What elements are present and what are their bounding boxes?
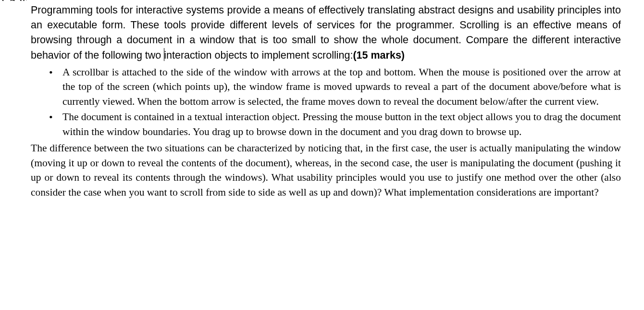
closing-paragraph: The difference between the two situation… <box>31 141 621 199</box>
bullet-text: A scrollbar is attached to the side of t… <box>62 66 621 107</box>
list-item: The document is contained in a textual i… <box>49 110 621 139</box>
bullet-list: A scrollbar is attached to the side of t… <box>31 65 621 139</box>
bullet-text: The document is contained in a textual i… <box>62 111 621 137</box>
intro-text-after-cursor: interaction objects to implement scrolli… <box>164 50 353 61</box>
marks-label: (15 marks) <box>353 50 405 61</box>
case-heading-truncated: CASE. <box>2 0 621 1</box>
intro-paragraph: Programming tools for interactive system… <box>31 3 621 63</box>
question-page: CASE. Programming tools for interactive … <box>0 0 644 205</box>
list-item: A scrollbar is attached to the side of t… <box>49 65 621 109</box>
